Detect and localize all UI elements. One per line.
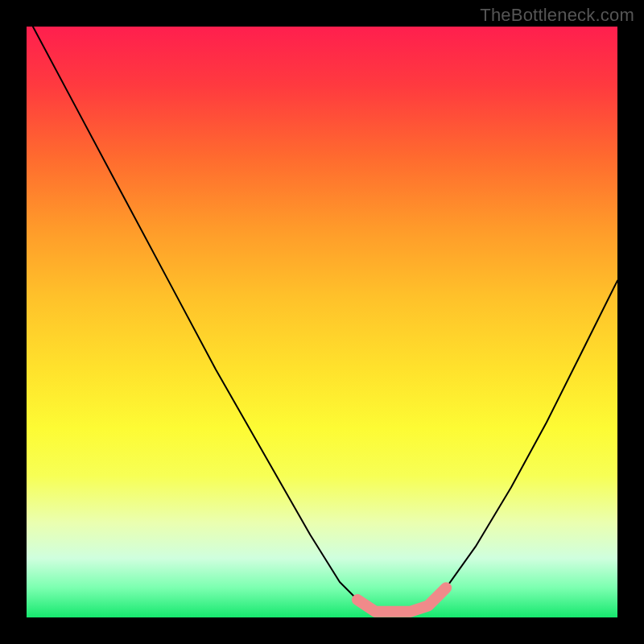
bottleneck-curve-line <box>27 14 617 611</box>
optimum-highlight <box>357 588 446 611</box>
chart-frame: TheBottleneck.com <box>0 0 644 644</box>
curve-layer <box>27 27 617 617</box>
watermark-text: TheBottleneck.com <box>480 5 634 26</box>
plot-area <box>27 27 617 617</box>
